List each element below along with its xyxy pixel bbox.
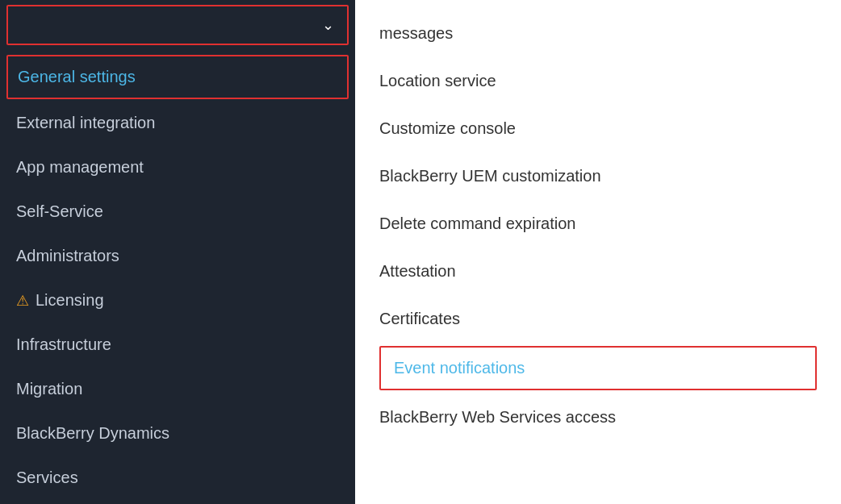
- content-item-label-messages: messages: [379, 24, 453, 42]
- content-item-location-service[interactable]: Location service: [379, 57, 817, 105]
- sidebar-item-label-external-integration: External integration: [16, 114, 155, 132]
- sidebar-item-label-licensing: Licensing: [36, 291, 104, 310]
- sidebar-item-label-services: Services: [16, 469, 78, 487]
- sidebar-item-label-infrastructure: Infrastructure: [16, 335, 111, 354]
- sidebar-item-label-blackberry-dynamics: BlackBerry Dynamics: [16, 424, 169, 443]
- content-item-label-attestation: Attestation: [379, 262, 456, 280]
- sidebar-item-self-service[interactable]: Self-Service: [0, 190, 355, 234]
- sidebar-item-external-integration[interactable]: External integration: [0, 101, 355, 145]
- content-item-label-blackberry-web-services: BlackBerry Web Services access: [379, 408, 616, 426]
- sidebar-item-licensing[interactable]: ⚠Licensing: [0, 278, 355, 323]
- sidebar-item-app-management[interactable]: App management: [0, 145, 355, 190]
- sidebar-item-general-settings[interactable]: General settings: [6, 55, 349, 99]
- content-item-customize-console[interactable]: Customize console: [379, 105, 817, 152]
- content-item-label-location-service: Location service: [379, 72, 496, 90]
- content-item-label-customize-console: Customize console: [379, 119, 516, 137]
- sidebar-item-migration[interactable]: Migration: [0, 367, 355, 411]
- content-item-certificates[interactable]: Certificates: [379, 295, 817, 343]
- content-item-blackberry-uem-customization[interactable]: BlackBerry UEM customization: [379, 152, 817, 200]
- sidebar-item-label-app-management: App management: [16, 158, 144, 177]
- content-item-attestation[interactable]: Attestation: [379, 248, 817, 295]
- sidebar-item-services[interactable]: Services: [0, 456, 355, 500]
- sidebar-item-blackberry-enterprise-identity[interactable]: BlackBerry Enterprise Identity: [0, 500, 355, 504]
- content-item-messages[interactable]: messages: [379, 10, 817, 57]
- sidebar: ⌄ General settingsExternal integrationAp…: [0, 0, 355, 504]
- sidebar-item-blackberry-dynamics[interactable]: BlackBerry Dynamics: [0, 411, 355, 456]
- settings-header[interactable]: ⌄: [6, 5, 349, 45]
- content-item-delete-command-expiration[interactable]: Delete command expiration: [379, 200, 817, 248]
- content-item-label-blackberry-uem-customization: BlackBerry UEM customization: [379, 167, 601, 185]
- content-item-label-certificates: Certificates: [379, 310, 460, 327]
- sidebar-item-label-migration: Migration: [16, 380, 82, 398]
- content-item-event-notifications[interactable]: Event notifications: [379, 346, 817, 390]
- sidebar-item-label-administrators: Administrators: [16, 247, 119, 265]
- main-content: messagesLocation serviceCustomize consol…: [355, 0, 841, 504]
- warning-icon-licensing: ⚠: [16, 292, 29, 310]
- sidebar-item-label-general-settings: General settings: [18, 68, 136, 86]
- sidebar-nav: General settingsExternal integrationApp …: [0, 48, 355, 504]
- content-item-blackberry-web-services[interactable]: BlackBerry Web Services access: [379, 394, 817, 441]
- sidebar-item-label-self-service: Self-Service: [16, 202, 103, 221]
- content-item-label-delete-command-expiration: Delete command expiration: [379, 215, 575, 232]
- content-item-label-event-notifications: Event notifications: [394, 359, 525, 377]
- chevron-down-icon: ⌄: [322, 16, 334, 34]
- sidebar-item-infrastructure[interactable]: Infrastructure: [0, 323, 355, 367]
- sidebar-item-administrators[interactable]: Administrators: [0, 234, 355, 278]
